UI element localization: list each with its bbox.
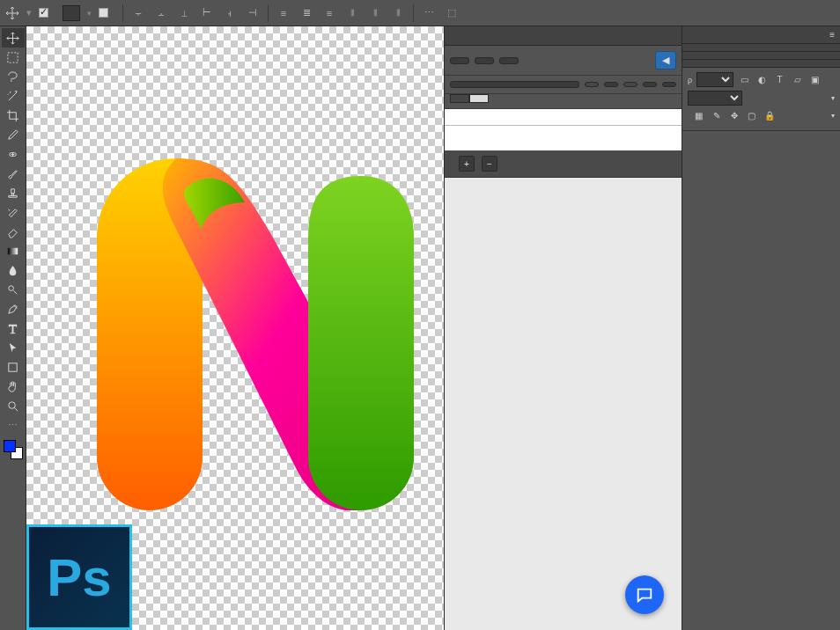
- export-tab[interactable]: [469, 94, 489, 103]
- chat-bubble-button[interactable]: [625, 575, 664, 614]
- new-button[interactable]: [450, 57, 469, 64]
- eyedropper-tool[interactable]: [2, 125, 25, 144]
- brush-tool[interactable]: [2, 164, 25, 183]
- char-input[interactable]: [450, 81, 579, 88]
- wand-tool[interactable]: [2, 86, 25, 106]
- svg-rect-4: [9, 363, 17, 370]
- gradient-tool[interactable]: [2, 241, 25, 260]
- marquee-tool[interactable]: [2, 48, 25, 67]
- eraser-tool[interactable]: [2, 222, 25, 241]
- font-infos-button[interactable]: [499, 57, 519, 64]
- filter-adjust-icon[interactable]: ◐: [755, 73, 769, 86]
- glyph-grid[interactable]: [445, 178, 682, 630]
- stamp-tool[interactable]: [2, 183, 25, 202]
- workspace-menu-icon[interactable]: ≡: [829, 30, 835, 40]
- digits-button[interactable]: [643, 82, 657, 87]
- spacing-minus-button[interactable]: −: [482, 156, 497, 172]
- distribute-right-icon[interactable]: ⦀: [390, 5, 406, 21]
- plugin-title: [445, 26, 682, 46]
- align-left-icon[interactable]: ⊢: [199, 5, 215, 21]
- move-tool-icon: [5, 6, 19, 20]
- svg-rect-0: [8, 52, 18, 62]
- crop-tool[interactable]: [2, 106, 25, 125]
- move-tool[interactable]: [2, 28, 25, 48]
- align-vcenter-icon[interactable]: ⫠: [153, 5, 169, 21]
- dodge-tool[interactable]: [2, 280, 25, 299]
- options-bar: ▾ ▾ ⫟ ⫠ ⟂ ⊢ ⫞ ⊣ ≡ ≣ ≡ ⦀ ⦀ ⦀ ⋯ ⬚: [0, 0, 840, 26]
- batch-button[interactable]: [662, 82, 676, 87]
- 3d-mode-icon[interactable]: ⬚: [444, 5, 460, 21]
- healing-tool[interactable]: [2, 144, 25, 164]
- filter-smart-icon[interactable]: ▣: [808, 73, 822, 86]
- lock-artboard-icon[interactable]: ▢: [745, 109, 758, 122]
- spacing-plus-button[interactable]: +: [459, 156, 475, 172]
- distribute-vcenter-icon[interactable]: ≣: [298, 5, 314, 21]
- blur-tool[interactable]: [2, 260, 25, 280]
- back-button[interactable]: ◀: [655, 51, 676, 70]
- distribute-left-icon[interactable]: ⦀: [344, 5, 360, 21]
- layers-list[interactable]: [682, 131, 840, 630]
- browse-tab[interactable]: [450, 94, 469, 103]
- color-swatches[interactable]: [4, 440, 23, 459]
- svg-rect-2: [8, 247, 18, 254]
- align-bottom-icon[interactable]: ⟂: [176, 5, 192, 21]
- distribute-hcenter-icon[interactable]: ⦀: [367, 5, 383, 21]
- create-glyph-button[interactable]: [585, 82, 599, 87]
- align-top-icon[interactable]: ⫟: [130, 5, 146, 21]
- filter-pixel-icon[interactable]: ▭: [738, 73, 751, 86]
- svg-point-3: [9, 285, 14, 290]
- az-upper-button[interactable]: [623, 82, 637, 87]
- lock-transparency-icon[interactable]: ▦: [692, 109, 705, 122]
- align-hcenter-icon[interactable]: ⫞: [222, 5, 238, 21]
- lock-all-icon[interactable]: 🔒: [763, 109, 776, 122]
- right-panels: ≡ ρ ▭ ◐ T: [682, 26, 840, 630]
- kind-filter[interactable]: [696, 72, 733, 87]
- distribute-top-icon[interactable]: ≡: [276, 5, 291, 21]
- path-select-tool[interactable]: [2, 338, 25, 357]
- live-text-input[interactable]: [445, 125, 682, 150]
- hand-tool[interactable]: [2, 377, 25, 396]
- lock-position-icon[interactable]: ✥: [727, 109, 741, 122]
- lasso-tool[interactable]: [2, 67, 25, 86]
- align-right-icon[interactable]: ⊣: [245, 5, 261, 21]
- az-lower-button[interactable]: [604, 82, 618, 87]
- lock-pixels-icon[interactable]: ✎: [710, 109, 723, 122]
- auto-select-dropdown[interactable]: [63, 5, 80, 21]
- show-transform-checkbox[interactable]: [99, 8, 108, 18]
- svg-point-5: [9, 401, 16, 408]
- more-icon[interactable]: ⋯: [421, 5, 437, 21]
- shape-tool[interactable]: [2, 357, 25, 377]
- tools-panel: ⋯: [0, 26, 26, 630]
- zoom-tool[interactable]: [2, 396, 25, 415]
- fontself-panel: ◀ + −: [444, 26, 682, 630]
- history-brush-tool[interactable]: [2, 202, 25, 222]
- filter-type-icon[interactable]: T: [773, 73, 786, 86]
- distribute-bottom-icon[interactable]: ≡: [321, 5, 337, 21]
- canvas-area[interactable]: Ps: [26, 26, 444, 630]
- open-button[interactable]: [475, 57, 494, 64]
- filter-shape-icon[interactable]: ▱: [791, 73, 804, 86]
- auto-select-checkbox[interactable]: [39, 8, 48, 18]
- font-preview: [445, 109, 682, 125]
- letter-n-glyph: [97, 158, 414, 510]
- photoshop-logo: Ps: [26, 524, 132, 630]
- pen-tool[interactable]: [2, 299, 25, 319]
- edit-toolbar-icon[interactable]: ⋯: [2, 415, 25, 435]
- type-tool[interactable]: [2, 319, 25, 338]
- blend-mode-dropdown[interactable]: [688, 91, 742, 106]
